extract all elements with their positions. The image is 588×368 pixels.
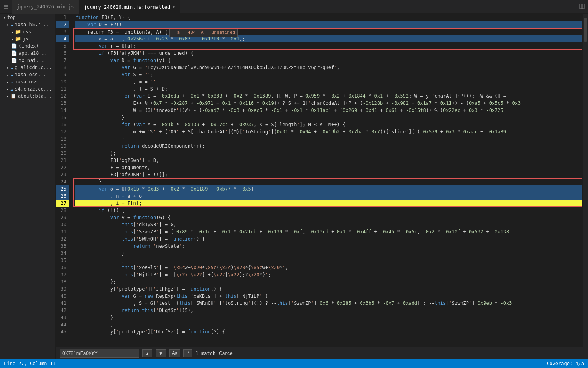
code-line[interactable]: for (var M = -0x1b * -0x139 + -0x17cc + … [75,121,582,128]
status-bar: Line 27, Column 11 Coverage: n/a [0,359,588,368]
code-line[interactable]: , [75,257,582,264]
tab-close-icon[interactable]: ✕ [172,4,175,10]
code-line[interactable]: return 'newState'; [75,243,582,250]
sidebar-item-mxsa-oss2[interactable]: ▸ ☁ mxsa.oss-... [0,78,55,85]
code-line[interactable]: F3['xgPGwn'] = D, [75,157,582,164]
code-line[interactable]: F = arguments, [75,164,582,171]
line-number: 26 [56,193,69,200]
code-line[interactable]: , S = G['test'](this['SWRnQH']['toString… [75,300,582,307]
code-line[interactable]: this['SzwnZP'] = [-0x89 * -0x1d + -0x1 *… [75,228,582,235]
code-container[interactable]: 1234567891011121314151617181920212223242… [56,14,588,347]
code-line[interactable]: } [75,135,582,143]
scrollbar-thumb[interactable] [584,18,587,42]
code-line[interactable]: var S = ''; [75,71,582,78]
sidebar-item-mxsa-oss[interactable]: ▸ ☁ mxsa-oss... [0,71,55,78]
code-line[interactable]: this['NjTiLP'] = '[\x27|\x22].+[\x27|\x2… [75,271,582,278]
line-number: 36 [56,264,69,271]
line-number: 34 [56,250,69,257]
search-cancel-button[interactable]: Cancel [219,351,233,356]
code-line[interactable]: } [75,250,582,257]
line-number: 22 [56,164,69,171]
chevron-down-icon: ▾ [3,15,6,20]
code-line[interactable]: var y = function(G) { [75,214,582,221]
code-line[interactable]: var D = function(y) { [75,57,582,64]
code-line[interactable]: } [75,314,582,321]
code-line[interactable]: W = (G['indexOf'](W) - (-0xad7 * -0x3 + … [75,107,582,114]
file-icon: 📄 [11,43,17,49]
code-line[interactable]: E++ % (0x7 * -0x287 + -0x971 + 0x1 * 0x1… [75,100,582,107]
code-line[interactable]: } [75,178,582,185]
search-prev-button[interactable]: ▲ [142,349,152,357]
code-line[interactable]: for (var E = -0x1eda + -0x1 * 0x838 + -0… [75,92,582,100]
code-line[interactable]: , i = F[n]; [75,200,582,207]
code-line[interactable]: this['SWRnQH'] = function() { [75,235,582,243]
code-line[interactable]: return decodeURIComponent(m); [75,143,582,150]
search-bar: ▲ ▼ Aa .* 1 match Cancel [56,347,588,359]
code-line[interactable]: if (!i) { [75,207,582,214]
tab-jquery-min[interactable]: jquery_240626.min.js [12,0,79,14]
search-next-button[interactable]: ▼ [156,349,166,357]
panel-toggle[interactable] [0,4,12,10]
scrollbar[interactable] [582,14,588,347]
sidebar-item-js[interactable]: ▸ 📁 js [0,35,55,42]
code-line[interactable]: , m = '' [75,78,582,85]
line-number: 19 [56,143,69,150]
sidebar-item-index[interactable]: 📄 (index) [0,42,55,50]
code-line[interactable]: var G = new RegExp(this['xeKBls'] + this… [75,293,582,300]
sidebar-item-mxsa[interactable]: ▾ ☁ mxsa-h5.r... [0,21,55,28]
search-match-count: 1 match [195,351,216,356]
tab-jquery-formatted[interactable]: jquery_240626.min.js:formatted ✕ [79,0,180,14]
code-line[interactable]: var r = U[a]; [75,42,582,50]
sidebar-item-label: css [23,29,31,35]
search-regex-button[interactable]: .* [183,349,192,357]
line-number: 43 [56,314,69,321]
sidebar-item-alicdn[interactable]: ▸ ☁ g.alicdn.c... [0,64,55,71]
code-line[interactable]: }; [75,278,582,285]
sidebar-item-label: mxsa-oss... [15,72,46,77]
sidebar-item-about[interactable]: ▸ 📋 about:bla... [0,92,55,100]
search-input[interactable] [60,349,139,358]
code-line[interactable]: m += '%' + ('00' + S['charCodeAt'](M)['t… [75,128,582,135]
main-area: ▾ top ▾ ☁ mxsa-h5.r... ▸ 📁 css ▸ 📁 js 📄 … [0,14,588,359]
code-line[interactable]: , [75,321,582,328]
sidebar-item-app[interactable]: 📄 app.a18... [0,50,55,57]
code-line[interactable]: function F3(F, Y) { [75,14,582,21]
code-line[interactable]: } [75,114,582,121]
code-line[interactable]: var o = U[0x1b * 0xd3 + -0x2 * -0x1189 +… [75,185,582,193]
svg-rect-1 [582,4,584,9]
line-numbers: 1234567891011121314151617181920212223242… [56,14,73,347]
code-line[interactable]: F3['afyJKN'] = !![]; [75,171,582,178]
chevron-right-icon: ▸ [11,37,13,41]
line-number: 35 [56,257,69,264]
line-number: 8 [56,64,69,71]
code-line[interactable]: , l = S + D; [75,85,582,92]
code-line[interactable]: return F3 = function(a, A) { a = 404, A … [75,28,582,35]
sidebar-item-css[interactable]: ▸ 📁 css [0,28,55,35]
code-line[interactable]: var U = F2(); [75,21,582,28]
code-line[interactable]: y['prototype']['DLqfSz'] = function(G) { [75,328,582,335]
code-line[interactable]: a = a - (-0x256c + -0x23 * -0x67 + -0x17… [75,35,582,42]
code-line[interactable]: }; [75,150,582,157]
code-line[interactable]: , n = a + o [75,193,582,200]
code-line[interactable]: if (F3['afyJKN'] === undefined) { [75,50,582,57]
layout-toggle[interactable] [579,4,588,10]
line-number: 13 [56,100,69,107]
folder-icon: 📁 [15,29,21,35]
line-number: 42 [56,307,69,314]
cloud-icon: ☁ [10,72,13,77]
search-case-button[interactable]: Aa [169,349,181,357]
line-number: 27 [56,200,69,207]
code-line[interactable]: y['prototype']['Jthhgz'] = function() { [75,285,582,293]
line-number: 38 [56,278,69,285]
code-line[interactable]: this['dkTySB'] = G, [75,221,582,228]
code-line[interactable]: var G = 'TcyYJzPGDaUmZolwVCnd9HW5NFEuA/j… [75,64,582,71]
chevron-right-icon: ▸ [11,30,13,34]
line-number: 28 [56,207,69,214]
sidebar-item-top[interactable]: ▾ top [0,14,55,21]
line-number: 11 [56,85,69,92]
sidebar-item-mx-nat[interactable]: 📄 mx_nat... [0,57,55,64]
code-line[interactable]: this['xeKBls'] = '\x5cw+\x20*\x5c(\x5c)\… [75,264,582,271]
code-lines[interactable]: function F3(F, Y) { var U = F2(); return… [73,14,582,347]
sidebar-item-cnzz[interactable]: ▸ ☁ s4.cnzz.cc... [0,85,55,92]
code-line[interactable]: return this['DLqfSz'](S); [75,307,582,314]
